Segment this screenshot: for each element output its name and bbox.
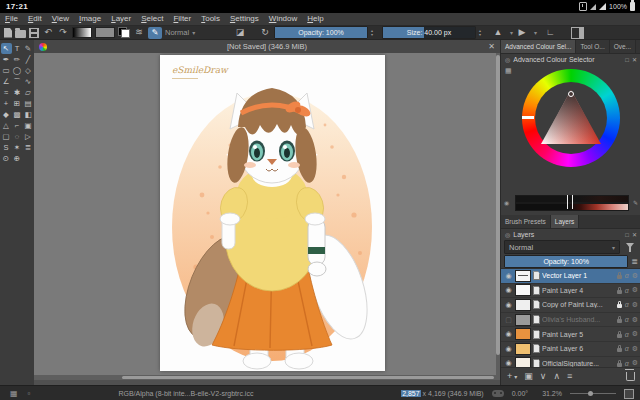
gradient-tool[interactable]: ▤ — [23, 98, 34, 109]
artwork-page[interactable]: eSmileDraw — [160, 55, 385, 371]
menu-tools[interactable]: Tools — [196, 13, 225, 25]
redo-icon[interactable]: ↷ — [57, 27, 69, 38]
layer-settings-icon[interactable]: ⚙ — [632, 316, 638, 324]
docker-pin-icon[interactable]: ◎ — [505, 56, 510, 63]
measure-tool[interactable]: ⌐ — [12, 120, 23, 131]
undo-icon[interactable]: ↶ — [42, 27, 54, 38]
ellipse-tool[interactable]: ◯ — [12, 65, 23, 76]
text-tool[interactable]: T — [12, 43, 23, 54]
opacity-spinner[interactable]: ▴▾ — [371, 29, 373, 37]
calligraphy-tool[interactable]: ✒ — [1, 54, 12, 65]
multibrush-tool[interactable]: ✱ — [12, 87, 23, 98]
layer-lock-icon[interactable] — [617, 275, 622, 279]
brush-outline-icon[interactable]: ▫ — [28, 389, 31, 398]
mirror-vertical-icon[interactable]: ▶ — [516, 27, 528, 38]
layer-blend-dropdown[interactable]: Normal ▾ — [504, 240, 620, 254]
panel-tab-brush-presets[interactable]: Brush Presets — [501, 215, 551, 228]
poly-select-tool[interactable]: ▷ — [23, 131, 34, 142]
color-history-icon[interactable]: ◉ — [504, 199, 509, 206]
similar-select-tool[interactable]: ≣ — [23, 142, 34, 153]
gradient-chooser[interactable] — [72, 27, 92, 38]
rectangle-tool[interactable]: ▭ — [1, 65, 12, 76]
layer-lock-icon[interactable] — [617, 304, 622, 308]
menu-settings[interactable]: Settings — [225, 13, 264, 25]
menu-help[interactable]: Help — [302, 13, 328, 25]
layer-row-1[interactable]: ◉Vector Layer 1α⚙ — [501, 269, 640, 284]
layer-row-6[interactable]: ◉Paint Layer 6α⚙ — [501, 342, 640, 357]
opacity-slider[interactable]: Opacity: 100% — [274, 26, 368, 39]
freehand-select-tool[interactable]: S — [1, 142, 12, 153]
add-layer-button[interactable]: + — [507, 372, 512, 381]
size-spinner[interactable]: ▴▾ — [479, 29, 481, 37]
edit-shapes-tool[interactable]: ✎ — [23, 43, 34, 54]
reference-images-tool[interactable]: ▣ — [23, 120, 34, 131]
layer-settings-icon[interactable]: ⚙ — [632, 301, 638, 309]
float-docker-icon[interactable]: □ — [625, 57, 629, 63]
assistants-tool[interactable]: △ — [1, 120, 12, 131]
pattern-edit-tool[interactable]: ▩ — [12, 109, 23, 120]
pan-tool[interactable]: ⊕ — [12, 153, 23, 164]
menu-select[interactable]: Select — [136, 13, 168, 25]
selector-settings-icon[interactable]: ▦ — [505, 67, 512, 75]
alpha-lock-icon[interactable]: α — [625, 272, 629, 279]
layer-lock-icon[interactable] — [617, 363, 622, 367]
layer-opacity-slider[interactable]: Opacity: 100% — [504, 255, 628, 268]
float-docker-icon[interactable]: □ — [625, 232, 629, 238]
transform-tool[interactable]: ▱ — [23, 87, 34, 98]
hide-dockers-icon[interactable] — [571, 27, 584, 39]
pattern-chooser[interactable] — [95, 27, 115, 38]
menu-edit[interactable]: Edit — [23, 13, 47, 25]
layer-settings-icon[interactable]: ⚙ — [632, 345, 638, 353]
selection-display-icon[interactable]: ▦ — [10, 389, 18, 398]
canvas-area[interactable]: eSmileDraw — [34, 53, 500, 380]
save-icon[interactable] — [29, 28, 39, 38]
contiguous-select-tool[interactable]: ✶ — [12, 142, 23, 153]
move-tool[interactable]: + — [1, 98, 12, 109]
close-icon[interactable]: ✕ — [488, 42, 495, 51]
subwindow-titlebar[interactable]: [Not Saved] (346.9 MiB) ✕ — [34, 40, 500, 54]
size-slider[interactable]: Size: 40.00 px — [382, 26, 476, 39]
alpha-lock-icon[interactable]: α — [625, 360, 629, 367]
menu-layer[interactable]: Layer — [106, 13, 136, 25]
delete-layer-button[interactable] — [626, 372, 635, 381]
polygon-tool[interactable]: ◇ — [23, 65, 34, 76]
rect-select-tool[interactable]: ▢ — [1, 131, 12, 142]
menu-file[interactable]: File — [0, 13, 23, 25]
freehand-path-tool[interactable]: ∿ — [23, 76, 34, 87]
layer-visibility-toggle[interactable]: ▢ — [504, 316, 513, 324]
layer-visibility-toggle[interactable]: ◉ — [504, 359, 513, 367]
mirror-indicator-icon[interactable] — [492, 390, 504, 397]
alpha-lock-icon[interactable]: α — [625, 331, 629, 338]
layer-settings-icon[interactable]: ⚙ — [632, 359, 638, 367]
new-document-icon[interactable] — [4, 28, 12, 38]
transform-shapes-tool[interactable]: ↖ — [1, 43, 12, 54]
crop-tool[interactable]: ⊞ — [12, 98, 23, 109]
line-tool[interactable]: ╱ — [23, 54, 34, 65]
dock-tab-advanced-colour-sel[interactable]: Advanced Colour Sel... — [501, 40, 576, 53]
polyline-tool[interactable]: ∠ — [1, 76, 12, 87]
blend-mode-dropdown[interactable]: Normal ▾ — [165, 28, 231, 37]
layer-settings-icon[interactable]: ⚙ — [632, 286, 638, 294]
add-layer-caret[interactable]: ▾ — [514, 374, 517, 380]
hue-ring[interactable] — [522, 69, 620, 167]
layer-row-4[interactable]: ▢Olivia's Husband...α⚙ — [501, 313, 640, 328]
panel-tab-layers[interactable]: Layers — [551, 215, 580, 228]
layer-visibility-toggle[interactable]: ◉ — [504, 286, 513, 294]
move-layer-up-button[interactable]: ∧ — [553, 372, 560, 381]
color-sampler-tool[interactable]: ◆ — [1, 109, 12, 120]
freehand-brush-tool[interactable]: ✏ — [12, 54, 23, 65]
close-docker-icon[interactable]: ✕ — [632, 56, 637, 63]
menu-image[interactable]: Image — [74, 13, 106, 25]
horizontal-scrollbar[interactable] — [34, 375, 500, 380]
layer-row-2[interactable]: ◉Paint Layer 4α⚙ — [501, 284, 640, 299]
bezier-curve-tool[interactable]: ⌒ — [12, 76, 23, 87]
mirror-horizontal-icon[interactable]: ▲ — [492, 27, 504, 38]
layer-lock-icon[interactable] — [617, 334, 622, 338]
dock-tab-ove[interactable]: Ove... — [610, 40, 636, 53]
layer-properties-button[interactable]: ≡ — [567, 372, 572, 381]
brush-preset-icon[interactable]: ✎ — [148, 27, 162, 39]
alpha-lock-icon[interactable]: α — [625, 316, 629, 323]
layer-options-icon[interactable]: ≣ — [631, 257, 638, 266]
layer-filter-icon[interactable] — [626, 243, 634, 252]
zoom-slider[interactable] — [570, 393, 616, 394]
